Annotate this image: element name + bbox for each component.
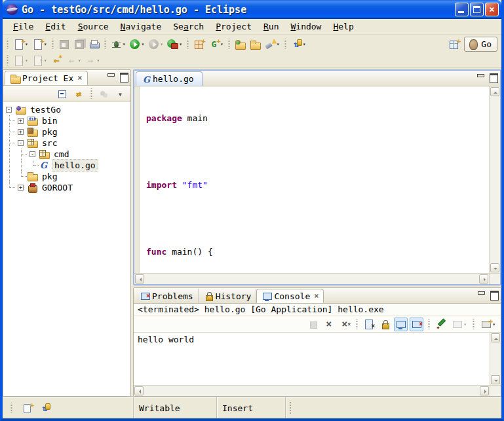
synchronize-button[interactable]: ▾ <box>289 37 308 51</box>
new-go-project-button[interactable] <box>191 37 206 51</box>
scroll-left-button[interactable] <box>134 386 144 395</box>
scroll-right-button[interactable] <box>479 274 488 284</box>
code-area[interactable]: package main import "fmt" func main() { … <box>140 86 489 273</box>
show-stderr-button[interactable] <box>410 318 423 331</box>
tab-problems[interactable]: Problems <box>135 289 199 303</box>
expander-icon[interactable]: - <box>18 140 24 146</box>
scroll-right-button[interactable] <box>480 386 489 395</box>
new-go-file-button[interactable]: ▾ <box>30 37 49 51</box>
go-perspective-button[interactable]: Go <box>464 37 497 52</box>
expander-icon[interactable]: + <box>18 185 24 191</box>
toolbar-grip[interactable] <box>104 39 107 49</box>
console-horizontal-scrollbar[interactable] <box>134 385 490 396</box>
pin-console-button[interactable] <box>435 318 448 331</box>
menu-source[interactable]: Source <box>73 20 114 33</box>
minimize-button[interactable] <box>455 3 469 16</box>
forward-button[interactable]: ▾ <box>83 53 102 67</box>
remove-all-terminated-button[interactable] <box>338 318 351 331</box>
expander-icon[interactable]: - <box>29 151 35 157</box>
scroll-up-button[interactable] <box>491 333 500 342</box>
menu-project[interactable]: Project <box>210 20 257 33</box>
open-console-button[interactable]: ▾ <box>479 318 497 331</box>
display-selected-console-button[interactable]: ▾ <box>450 318 468 331</box>
toolbar-grip[interactable] <box>427 319 431 329</box>
tree-label[interactable]: bin <box>40 115 59 126</box>
save-all-button[interactable] <box>71 37 87 51</box>
close-button[interactable]: × <box>485 3 499 16</box>
minimize-view-button[interactable] <box>107 73 115 80</box>
tab-history[interactable]: History <box>199 289 257 303</box>
tab-hello-go[interactable]: hello.go <box>136 71 203 86</box>
toolbar-grip[interactable] <box>6 39 9 49</box>
last-edit-location-button[interactable] <box>49 53 64 67</box>
menu-help[interactable]: Help <box>328 20 359 33</box>
maximize-editor-button[interactable] <box>489 73 497 81</box>
tree-row-pkg[interactable]: + pkg <box>3 126 130 137</box>
tree-row-goroot[interactable]: + GOROOT <box>3 182 130 193</box>
scroll-left-button[interactable] <box>135 274 144 284</box>
menu-edit[interactable]: Edit <box>40 20 71 33</box>
menu-search[interactable]: Search <box>168 20 209 33</box>
search-button[interactable]: ▾ <box>263 37 282 51</box>
run-external-tools-button[interactable]: ▾ <box>165 37 184 51</box>
tree-label[interactable]: pkg <box>40 126 59 137</box>
annotation-ruler[interactable] <box>134 86 140 273</box>
terminate-button[interactable] <box>306 318 320 331</box>
menu-run[interactable]: Run <box>258 20 284 33</box>
menu-file[interactable]: File <box>8 20 39 33</box>
toolbar-grip[interactable] <box>186 39 189 49</box>
editor-vertical-scrollbar[interactable] <box>489 86 500 273</box>
tree-row-pkg2[interactable]: pkg <box>3 171 130 182</box>
trim-wizard-icon[interactable] <box>22 403 33 414</box>
save-button[interactable] <box>56 37 71 51</box>
next-annotation-button[interactable]: ▾ <box>11 53 30 67</box>
tree-label[interactable]: pkg <box>40 171 59 182</box>
close-console-icon[interactable] <box>313 291 319 301</box>
maximize-console-button[interactable] <box>490 291 498 298</box>
maximize-button[interactable] <box>470 3 484 16</box>
tab-project-explorer[interactable]: Project Ex <box>5 71 88 85</box>
toolbar-grip[interactable] <box>51 39 54 49</box>
expander-icon[interactable]: + <box>18 118 24 124</box>
tab-console[interactable]: Console <box>256 289 324 303</box>
tree-row-testgo[interactable]: - testGo <box>3 104 130 115</box>
collapse-all-button[interactable] <box>55 86 70 101</box>
editor-horizontal-scrollbar[interactable] <box>134 273 489 284</box>
focus-on-task-button[interactable] <box>96 86 111 101</box>
open-resource-button[interactable] <box>248 37 263 51</box>
scroll-down-button[interactable] <box>491 375 500 384</box>
clear-console-button[interactable] <box>362 318 376 331</box>
run-history-button[interactable]: ▾ <box>146 37 165 51</box>
open-type-button[interactable] <box>233 37 248 51</box>
tree-row-bin[interactable]: + bin <box>3 115 130 126</box>
console-output-text[interactable]: hello world <box>134 333 490 385</box>
remove-launch-button[interactable] <box>322 318 336 331</box>
expander-icon[interactable]: - <box>6 107 12 113</box>
new-wizard-button[interactable]: ▾ <box>11 37 30 51</box>
run-button[interactable]: ▾ <box>127 37 146 51</box>
show-stdout-button[interactable] <box>394 318 408 331</box>
maximize-view-button[interactable] <box>119 73 128 80</box>
tree-row-cmd[interactable]: - cmd <box>3 149 130 160</box>
toolbar-grip[interactable] <box>6 55 9 65</box>
tree-label[interactable]: GOROOT <box>40 182 75 193</box>
expander-icon[interactable]: + <box>18 129 24 135</box>
tree-label-selected[interactable]: hello.go <box>52 159 98 172</box>
menu-window[interactable]: Window <box>285 20 326 33</box>
toolbar-grip[interactable] <box>227 39 231 49</box>
menu-navigate[interactable]: Navigate <box>115 20 167 33</box>
minimize-console-button[interactable] <box>477 291 486 298</box>
print-button[interactable] <box>87 37 102 51</box>
previous-annotation-button[interactable]: ▾ <box>30 53 49 67</box>
toolbar-grip[interactable] <box>90 88 93 99</box>
minimize-editor-button[interactable] <box>476 73 485 81</box>
new-go-element-button[interactable]: ▾ <box>206 37 225 51</box>
toolbar-grip[interactable] <box>355 319 359 329</box>
console-vertical-scrollbar[interactable] <box>490 333 501 385</box>
scroll-lock-button[interactable] <box>378 318 392 331</box>
trim-synchronize-icon[interactable] <box>39 403 50 414</box>
scroll-up-button[interactable] <box>490 87 499 96</box>
tree-label[interactable]: cmd <box>52 149 71 160</box>
tree-label[interactable]: src <box>40 137 59 149</box>
scroll-down-button[interactable] <box>490 263 499 272</box>
